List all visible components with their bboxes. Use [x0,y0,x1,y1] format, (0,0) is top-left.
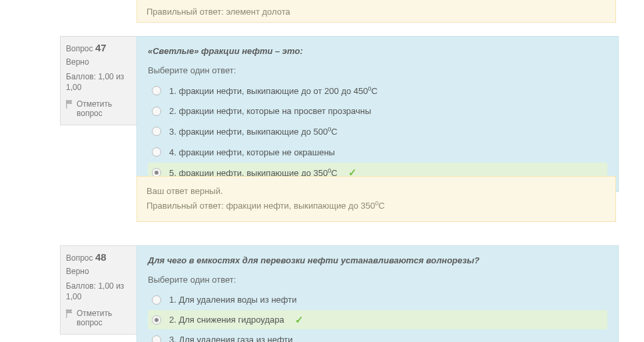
option-row[interactable]: 4. фракции нефти, которые не окрашены [148,143,607,162]
flag-label: Отметить вопрос [77,99,136,118]
option-row[interactable]: 1. Для удаления воды из нефти [148,290,607,309]
question-word: Вопрос [66,44,93,53]
question-word: Вопрос [66,253,93,263]
question-block-47: «Светлые» фракции нефти – это: Выберите … [137,36,619,192]
correct-answer-text: элемент долота [226,7,290,17]
feedback-correct-msg: Ваш ответ верный. [147,185,606,199]
flag-icon [66,309,73,318]
question-state: Верно [66,57,136,67]
radio-icon-checked [152,315,161,325]
question-block-48: Для чего в емкостях для перевозки нефти … [137,245,619,342]
option-label: 1. фракции нефти, выкипающие до от 200 д… [169,83,378,99]
checkmark-icon: ✓ [295,314,304,326]
question-info-47: Вопрос 47 Верно Баллов: 1,00 из 1,00 Отм… [60,36,142,125]
quiz-review-page: Правильный ответ: элемент долота Вопрос … [0,0,644,342]
flag-icon [66,100,73,109]
option-row[interactable]: 2. фракции нефти, которые на просвет про… [148,101,607,121]
radio-icon [152,127,161,136]
question-text: Для чего в емкостях для перевозки нефти … [148,255,607,265]
option-row[interactable]: 1. фракции нефти, выкипающие до от 200 д… [148,81,607,101]
answer-prompt: Выберите один ответ: [148,65,607,75]
radio-icon [152,86,161,95]
radio-icon [152,295,161,305]
question-number: 47 [95,42,107,53]
radio-icon [152,335,161,343]
option-label: 2. Для снижения гидроудара [169,312,284,327]
option-label: 3. Для удаления газа из нефти [169,332,293,342]
question-text: «Светлые» фракции нефти – это: [148,46,607,56]
option-label: 2. фракции нефти, которые на просвет про… [169,103,371,119]
question-grade: Баллов: 1,00 из 1,00 [66,281,136,302]
correct-answer-prefix: Правильный ответ: [147,201,224,211]
option-row-selected[interactable]: 2. Для снижения гидроудара ✓ [148,310,607,329]
option-row[interactable]: 3. Для удаления газа из нефти [148,330,607,342]
correct-answer-prefix: Правильный ответ: [147,7,224,17]
question-state: Верно [66,267,136,276]
radio-icon [152,147,161,157]
question-info-48: Вопрос 48 Верно Баллов: 1,00 из 1,00 Отм… [60,245,142,335]
feedback-box-prev: Правильный ответ: элемент долота [137,0,616,23]
radio-icon [152,107,161,116]
option-label: 3. фракции нефти, выкипающие до 5000С [169,123,338,139]
flag-label: Отметить вопрос [77,309,136,327]
feedback-box-47: Ваш ответ верный. Правильный ответ: фрак… [137,176,616,222]
flag-question-link[interactable]: Отметить вопрос [66,309,136,327]
question-number: 48 [95,251,107,263]
answer-prompt: Выберите один ответ: [148,275,607,285]
flag-question-link[interactable]: Отметить вопрос [66,99,136,118]
question-grade: Баллов: 1,00 из 1,00 [66,72,136,93]
option-label: 4. фракции нефти, которые не окрашены [169,145,335,160]
correct-answer-text: фракции нефти, выкипающие до 3500С [226,201,384,211]
option-row[interactable]: 3. фракции нефти, выкипающие до 5000С [148,121,607,141]
option-label: 1. Для удаления воды из нефти [169,292,296,307]
